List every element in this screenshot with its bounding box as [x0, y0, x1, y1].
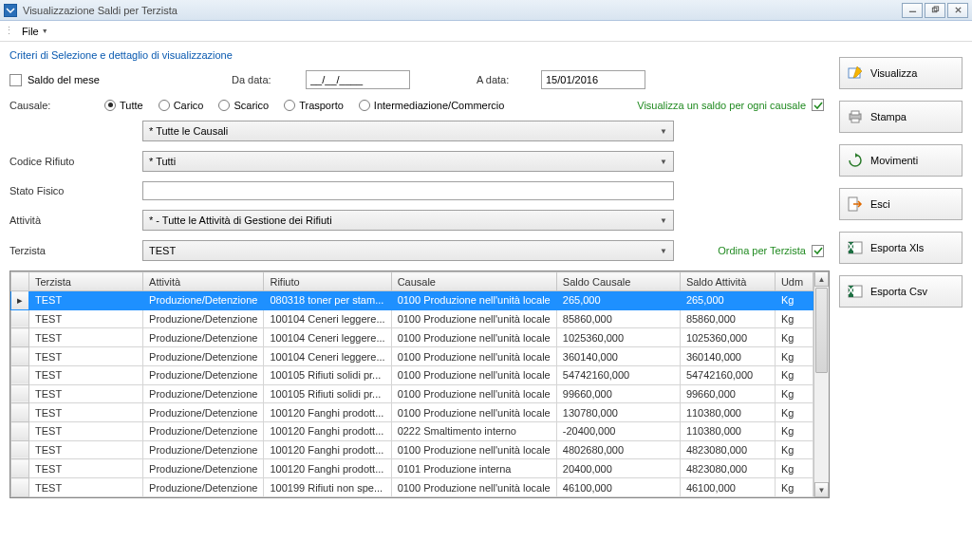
- exit-icon: [848, 196, 863, 212]
- scroll-up-arrow[interactable]: ▲: [814, 271, 829, 287]
- table-row[interactable]: TESTProduzione/Detenzione100120 Fanghi p…: [11, 422, 813, 441]
- excel-icon: X: [848, 240, 863, 255]
- radio-intermed[interactable]: Intermediazione/Commercio: [359, 100, 505, 111]
- scroll-thumb[interactable]: [815, 288, 828, 373]
- codice-rifiuto-value: * Tutti: [149, 156, 176, 167]
- cell-causale: 0100 Produzione nell'unità locale: [391, 384, 556, 403]
- printer-icon: [848, 109, 863, 124]
- cell-terzista: TEST: [29, 291, 143, 310]
- cell-saldo_a: 4823080,000: [680, 440, 775, 459]
- cell-terzista: TEST: [29, 309, 143, 328]
- col-saldo-attivita[interactable]: Saldo Attività: [680, 272, 775, 291]
- cell-udm: Kg: [775, 459, 813, 478]
- file-menu[interactable]: File ▼: [16, 24, 54, 39]
- ordina-terzista-checkbox[interactable]: [812, 245, 824, 257]
- radio-intermed-label: Intermediazione/Commercio: [374, 100, 505, 111]
- cell-saldo_a: 99660,000: [680, 384, 775, 403]
- minimize-button[interactable]: [902, 3, 923, 18]
- table-row[interactable]: TESTProduzione/Detenzione100105 Rifiuti …: [11, 365, 813, 384]
- close-button[interactable]: [947, 3, 968, 18]
- cell-causale: 0100 Produzione nell'unità locale: [391, 440, 556, 459]
- vertical-scrollbar[interactable]: ▲ ▼: [813, 271, 829, 497]
- cell-saldo_a: 54742160,000: [680, 365, 775, 384]
- cell-saldo_c: 1025360,000: [556, 328, 680, 347]
- window-title: Visualizzazione Saldi per Terzista: [23, 5, 902, 16]
- da-data-input[interactable]: [306, 70, 410, 89]
- cell-attivita: Produzione/Detenzione: [143, 365, 264, 384]
- causale-label: Causale:: [9, 100, 104, 111]
- row-indicator: [11, 440, 29, 459]
- row-indicator: ▸: [11, 291, 29, 310]
- cell-terzista: TEST: [29, 328, 143, 347]
- esci-button[interactable]: Esci: [839, 188, 963, 220]
- ordina-terzista-label: Ordina per Terzista: [718, 245, 806, 256]
- causali-value: * Tutte le Causali: [149, 125, 228, 137]
- cell-saldo_a: 110380,000: [680, 403, 775, 422]
- col-terzista[interactable]: Terzista: [29, 272, 143, 291]
- cell-attivita: Produzione/Detenzione: [143, 478, 264, 497]
- table-row[interactable]: TESTProduzione/Detenzione100104 Ceneri l…: [11, 328, 813, 347]
- attivita-combo[interactable]: * - Tutte le Attività di Gestione dei Ri…: [142, 210, 674, 231]
- cell-attivita: Produzione/Detenzione: [143, 459, 264, 478]
- cell-saldo_c: 99660,000: [556, 384, 680, 403]
- row-indicator: [11, 347, 29, 366]
- stampa-button[interactable]: Stampa: [839, 101, 963, 133]
- cell-udm: Kg: [775, 440, 813, 459]
- col-causale[interactable]: Causale: [391, 272, 556, 291]
- esporta-csv-label: Esporta Csv: [870, 286, 927, 297]
- stato-fisico-input[interactable]: [142, 181, 674, 200]
- table-row[interactable]: TESTProduzione/Detenzione100199 Rifiuti …: [11, 478, 813, 497]
- saldo-mese-label: Saldo del mese: [28, 74, 232, 85]
- terzista-combo[interactable]: TEST ▼: [142, 240, 674, 261]
- cell-terzista: TEST: [29, 347, 143, 366]
- codice-rifiuto-combo[interactable]: * Tutti ▼: [142, 151, 674, 172]
- chevron-down-icon: ▼: [660, 247, 667, 255]
- data-grid[interactable]: Terzista Attività Rifiuto Causale Saldo …: [9, 271, 830, 498]
- table-row[interactable]: ▸TESTProduzione/Detenzione080318 toner p…: [11, 291, 813, 310]
- cell-saldo_a: 1025360,000: [680, 328, 775, 347]
- radio-tutte-label: Tutte: [120, 100, 143, 111]
- radio-trasporto[interactable]: Trasporto: [284, 100, 344, 111]
- visualizza-button[interactable]: Visualizza: [839, 57, 963, 89]
- causali-combo[interactable]: * Tutte le Causali ▼: [142, 121, 674, 141]
- saldo-mese-checkbox[interactable]: [9, 74, 22, 86]
- cell-udm: Kg: [775, 347, 813, 366]
- table-row[interactable]: TESTProduzione/Detenzione100104 Ceneri l…: [11, 347, 813, 366]
- col-saldo-causale[interactable]: Saldo Causale: [556, 272, 680, 291]
- table-row[interactable]: TESTProduzione/Detenzione100120 Fanghi p…: [11, 440, 813, 459]
- cell-udm: Kg: [775, 403, 813, 422]
- radio-carico[interactable]: Carico: [159, 100, 204, 111]
- cell-causale: 0100 Produzione nell'unità locale: [391, 309, 556, 328]
- row-indicator: [11, 459, 29, 478]
- cell-causale: 0100 Produzione nell'unità locale: [391, 291, 556, 310]
- menu-bar: ⋮ File ▼: [0, 21, 972, 42]
- cell-udm: Kg: [775, 309, 813, 328]
- col-rifiuto[interactable]: Rifiuto: [264, 272, 391, 291]
- cell-attivita: Produzione/Detenzione: [143, 291, 264, 310]
- maximize-button[interactable]: [925, 3, 945, 18]
- visualizza-saldo-checkbox[interactable]: [812, 99, 824, 111]
- col-udm[interactable]: Udm: [775, 272, 813, 291]
- visualizza-saldo-label: Visualizza un saldo per ogni causale: [637, 100, 806, 111]
- cell-saldo_c: 85860,000: [556, 309, 680, 328]
- chevron-down-icon: ▼: [660, 158, 667, 166]
- svg-text:X: X: [848, 241, 855, 252]
- radio-scarico[interactable]: Scarico: [218, 100, 269, 111]
- a-data-input[interactable]: [541, 70, 645, 89]
- col-attivita[interactable]: Attività: [143, 272, 264, 291]
- cell-udm: Kg: [775, 328, 813, 347]
- radio-scarico-label: Scarico: [234, 100, 269, 111]
- movimenti-button[interactable]: Movimenti: [839, 144, 963, 177]
- chevron-down-icon: ▼: [660, 127, 667, 136]
- esporta-csv-button[interactable]: X Esporta Csv: [839, 275, 963, 308]
- cell-terzista: TEST: [29, 459, 143, 478]
- cell-attivita: Produzione/Detenzione: [143, 347, 264, 366]
- esporta-xls-button[interactable]: X Esporta Xls: [839, 232, 963, 264]
- scroll-down-arrow[interactable]: ▼: [814, 482, 829, 497]
- table-row[interactable]: TESTProduzione/Detenzione100104 Ceneri l…: [11, 309, 813, 328]
- table-row[interactable]: TESTProduzione/Detenzione100120 Fanghi p…: [11, 403, 813, 422]
- table-row[interactable]: TESTProduzione/Detenzione100105 Rifiuti …: [11, 384, 813, 403]
- table-row[interactable]: TESTProduzione/Detenzione100120 Fanghi p…: [11, 459, 813, 478]
- stato-fisico-label: Stato Fisico: [9, 185, 142, 196]
- radio-tutte[interactable]: Tutte: [104, 100, 143, 111]
